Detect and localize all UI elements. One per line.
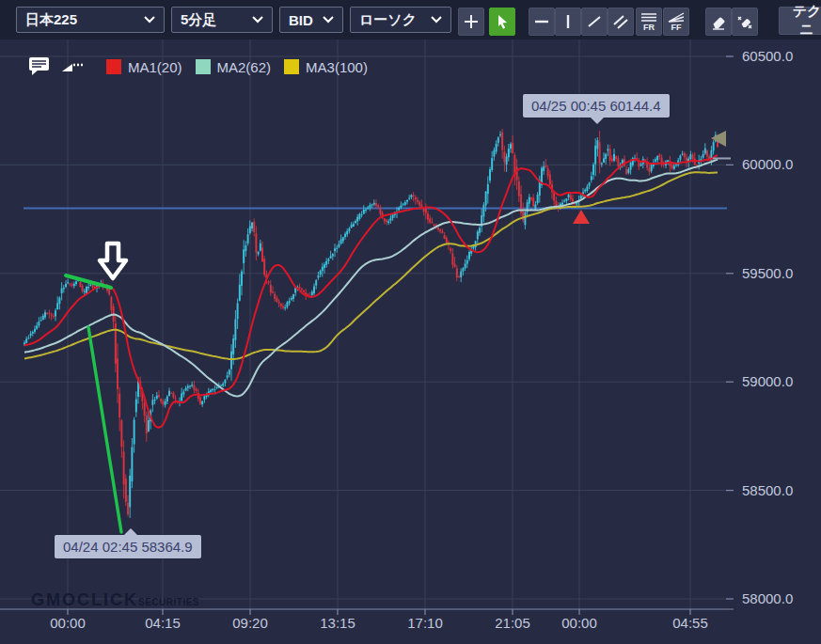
cursor-tool-button[interactable] <box>489 8 515 36</box>
parallel-lines-tool-button[interactable] <box>608 8 634 36</box>
y-axis-label: 58000.0 <box>742 590 817 607</box>
crosshair-icon <box>462 12 481 31</box>
eraser-all-icon <box>735 12 754 31</box>
fibonacci-fan-icon <box>668 12 685 23</box>
x-axis-label: 04:15 <box>130 615 196 631</box>
arrow-left-dotted-icon <box>60 59 85 74</box>
legend-item-ma1[interactable]: MA1(20) <box>106 59 182 75</box>
ma2-label: MA2(62) <box>217 59 272 75</box>
axis-lines <box>0 56 734 615</box>
ma1-swatch <box>106 59 121 74</box>
legend-item-ma2[interactable]: MA2(62) <box>196 59 272 75</box>
watermark-brand: GMOCLICK <box>31 590 138 609</box>
parallel-lines-icon <box>611 12 630 31</box>
comment-button[interactable] <box>28 56 52 77</box>
chevron-down-icon <box>252 16 263 24</box>
grid <box>0 39 732 609</box>
instrument-dropdown-label: 日本225 <box>25 11 77 29</box>
comment-icon <box>28 56 52 77</box>
low-price-annotation[interactable]: 04/24 02:45 58364.9 <box>55 535 201 558</box>
crosshair-tool-button[interactable] <box>458 8 484 36</box>
cursor-icon <box>493 12 512 31</box>
technical-indicator-label: テクニ <box>787 3 821 39</box>
down-arrow-icon <box>95 240 133 287</box>
horizontal-line-icon <box>532 12 551 31</box>
x-axis-label: 17:10 <box>392 615 458 631</box>
y-axis-label: 60000.0 <box>742 156 817 173</box>
hide-drawings-button[interactable] <box>60 59 85 74</box>
vertical-line-icon <box>559 12 577 31</box>
down-arrow-annotation[interactable] <box>95 240 133 291</box>
x-axis-label: 09:20 <box>217 615 283 631</box>
x-axis-label: 00:00 <box>35 615 101 631</box>
vertical-line-tool-button[interactable] <box>555 8 581 36</box>
eraser-icon <box>709 12 728 31</box>
chart-style-dropdown[interactable]: ローソク <box>350 7 451 33</box>
fibonacci-fan-tool-button[interactable]: FF <box>663 8 689 36</box>
ma3-swatch <box>284 59 299 74</box>
chart-style-dropdown-label: ローソク <box>359 11 417 29</box>
ma1-line <box>24 155 718 428</box>
high-price-annotation[interactable]: 04/25 00:45 60144.4 <box>523 94 670 118</box>
interval-dropdown[interactable]: 5分足 <box>171 7 273 33</box>
trend-line-icon <box>585 12 604 31</box>
trend-line-tool-button[interactable] <box>581 8 608 36</box>
buy-marker[interactable] <box>573 210 590 224</box>
watermark: GMOCLICKSECURITIES <box>31 590 199 610</box>
fibonacci-retracement-tool-button[interactable]: FR <box>636 8 662 36</box>
watermark-suffix: SECURITIES <box>138 597 199 607</box>
x-axis-label: 04:55 <box>657 615 723 631</box>
ma2-swatch <box>196 59 211 74</box>
quote-dropdown[interactable]: BID <box>279 7 343 33</box>
x-axis-label: 13:15 <box>305 615 371 631</box>
legend-item-ma3[interactable]: MA3(100) <box>284 59 368 75</box>
ma1-label: MA1(20) <box>128 59 182 75</box>
horizontal-line-tool-button[interactable] <box>529 8 555 36</box>
technical-indicator-button[interactable]: テクニ <box>779 7 821 35</box>
candles <box>24 129 718 518</box>
y-axis-label: 59000.0 <box>742 373 817 390</box>
ma3-label: MA3(100) <box>306 59 368 75</box>
toolbar: 日本225 5分足 BID ローソク <box>0 0 821 39</box>
eraser-tool-button[interactable] <box>705 8 732 36</box>
chevron-down-icon <box>323 16 334 24</box>
fibonacci-fan-label: FF <box>671 24 682 31</box>
fibonacci-retracement-label: FR <box>643 24 655 31</box>
legend-row: MA1(20) MA2(62) MA3(100) <box>28 55 368 78</box>
x-axis-label: 00:00 <box>546 615 612 631</box>
chart-app: 日本225 5分足 BID ローソク <box>0 0 821 644</box>
fibonacci-retracement-icon <box>640 12 657 23</box>
quote-dropdown-label: BID <box>289 12 313 28</box>
eraser-all-tool-button[interactable] <box>732 8 758 36</box>
y-axis-label: 59500.0 <box>742 265 817 282</box>
chevron-down-icon <box>144 16 155 24</box>
x-axis-label: 21:05 <box>480 615 545 631</box>
y-axis-label: 60500.0 <box>742 48 817 65</box>
y-axis-label: 58500.0 <box>742 482 817 499</box>
interval-dropdown-label: 5分足 <box>181 11 216 29</box>
chevron-down-icon <box>431 16 442 24</box>
instrument-dropdown[interactable]: 日本225 <box>16 7 165 33</box>
